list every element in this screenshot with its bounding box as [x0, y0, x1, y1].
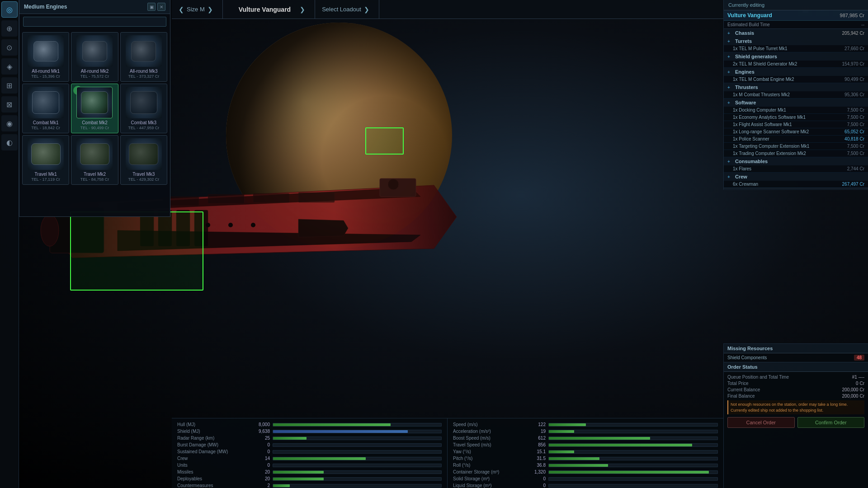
engine-shape [82, 41, 107, 61]
turret-item-cost-0: 27,660 Cr [844, 46, 864, 51]
confirm-order-button[interactable]: Confirm Order [797, 417, 865, 428]
thruster-item-0: 1x M Combat Thrusters Mk2 95,306 Cr [724, 91, 868, 99]
stat-bar-fill [549, 437, 650, 440]
stat-label: Liquid Storage (m³) [453, 483, 525, 488]
stat-row: Acceleration (m/s²)19 [453, 429, 718, 434]
software-item-name-5: 1x Targeting Computer Extension Mk1 [733, 144, 809, 149]
consumable-item-0: 1x Flares 2,744 Cr [724, 165, 868, 173]
stat-bar-fill [549, 464, 608, 467]
nav-icon-2[interactable]: ⊙ [1, 39, 18, 56]
right-panel-header: Currently editing [724, 0, 868, 10]
panel-close-btn[interactable]: ✕ [157, 3, 165, 11]
svg-point-17 [228, 223, 233, 227]
software-item-1: 1x Economy Analytics Software Mk1 7,500 … [724, 114, 868, 121]
build-time-value: -- [861, 22, 864, 27]
order-warning-text: Not enough resources on the station, ord… [727, 400, 864, 414]
software-item-cost-1: 7,500 Cr [847, 115, 864, 120]
left-nav: ◎ ⊕ ⊙ ◈ ⊞ ⊠ ◉ ◐ [0, 0, 19, 488]
svg-point-14 [388, 179, 399, 190]
engine-img-allround-mk3 [126, 35, 162, 67]
nav-icon-6[interactable]: ◉ [1, 115, 18, 131]
engine-panel-title: Medium Engines [24, 4, 67, 10]
engine-item-allround-mk1[interactable]: All-round Mk1 TEL - 15,396 Cr [22, 32, 69, 82]
engine-item-travel-mk3[interactable]: Travel Mk3 TEL - 429,302 Cr [120, 135, 167, 185]
engine-name-travel-mk1: Travel Mk1 [35, 172, 57, 177]
loadout-selector[interactable]: Select Loadout ❯ [315, 0, 379, 19]
order-final-label: Final Balance [727, 394, 755, 399]
ship-name-selector[interactable]: Vulture Vanguard ❯ [223, 0, 315, 19]
shield-item-0: 2x TEL M Shield Generator Mk2 154,970 Cr [724, 61, 868, 68]
section-chassis[interactable]: + Chassis 205,942 Cr [724, 29, 868, 37]
cancel-order-button[interactable]: Cancel Order [727, 417, 795, 428]
stat-value: 8,000 [250, 422, 270, 427]
section-engines[interactable]: + Engines [724, 68, 868, 76]
engine-img-allround-mk2 [76, 35, 113, 67]
nav-icon-5[interactable]: ⊠ [1, 96, 18, 113]
engine-item-travel-mk1[interactable]: Travel Mk1 TEL - 17,119 Cr [22, 135, 69, 185]
section-crew[interactable]: + Crew [724, 173, 868, 181]
engine-price-combat-mk1: TEL - 18,842 Cr [31, 126, 60, 130]
engine-item-allround-mk2[interactable]: All-round Mk2 TEL - 75,572 Cr [71, 32, 118, 82]
stat-bar-fill [549, 423, 586, 426]
software-expand-icon: + [727, 100, 733, 105]
nav-icon-0[interactable]: ◎ [1, 1, 18, 18]
engines-title: Engines [735, 69, 864, 75]
stat-row: Burst Damage (MW)0 [177, 442, 442, 447]
ship-name-row: Vulture Vanguard 987,985 Cr [724, 10, 868, 21]
consumables-title: Consumables [735, 159, 864, 164]
nav-icon-3[interactable]: ◈ [1, 58, 18, 75]
stat-value: 9,638 [250, 429, 270, 434]
engine-item-combat-mk1[interactable]: Combat Mk1 TEL - 18,842 Cr [22, 84, 69, 133]
stat-value: 36.8 [525, 463, 546, 468]
stat-label: Solid Storage (m³) [453, 476, 525, 481]
section-software[interactable]: + Software [724, 99, 868, 107]
stat-bar-bg [273, 423, 442, 427]
svg-point-16 [206, 223, 210, 227]
engine-shape [31, 143, 61, 165]
stat-row: Liquid Storage (m³)0 [453, 483, 718, 488]
software-item-3: 1x Long-range Scanner Software Mk2 65,05… [724, 128, 868, 136]
consumable-item-cost-0: 2,744 Cr [847, 166, 864, 171]
search-input[interactable] [23, 17, 166, 27]
stat-bar-bg [273, 464, 442, 467]
section-thrusters[interactable]: + Thrusters [724, 83, 868, 91]
stat-bar-bg [548, 430, 718, 433]
nav-icon-7[interactable]: ◐ [1, 134, 18, 150]
build-time-row: Estimated Build Time -- [724, 21, 868, 29]
engine-item-list-cost-0: 90,499 Cr [844, 77, 864, 82]
stat-value: 2 [250, 483, 270, 488]
stat-label: Countermeasures [177, 483, 250, 488]
software-item-name-2: 1x Flight Assist Software Mk1 [733, 122, 792, 127]
size-selector[interactable]: ❮ Size M ❯ [172, 0, 223, 19]
order-balance-value: 200,000 Cr [842, 387, 864, 392]
engine-item-combat-mk2[interactable]: ✓ Combat Mk2 TEL - 90,499 Cr [71, 84, 118, 133]
nav-icon-1[interactable]: ⊕ [1, 20, 18, 37]
engine-item-travel-mk2[interactable]: Travel Mk2 TEL - 84,758 Cr [71, 135, 118, 185]
stat-label: Pitch (°/s) [453, 456, 525, 461]
nav-icon-4[interactable]: ⊞ [1, 77, 18, 94]
section-turrets[interactable]: + Turrets [724, 37, 868, 45]
turrets-title: Turrets [735, 38, 864, 44]
engine-item-allround-mk3[interactable]: All-round Mk3 TEL - 373,327 Cr [120, 32, 167, 82]
stat-row: Speed (m/s)122 [453, 422, 718, 427]
software-item-5: 1x Targeting Computer Extension Mk1 7,50… [724, 143, 868, 150]
section-shields[interactable]: + Shield generators [724, 52, 868, 61]
engine-shape [80, 143, 109, 165]
stat-label: Crew [177, 456, 250, 461]
software-item-cost-3: 65,052 Cr [844, 129, 864, 134]
stat-bar-bg [273, 443, 442, 447]
section-consumables[interactable]: + Consumables [724, 157, 868, 165]
stat-label: Radar Range (km) [177, 436, 250, 441]
panel-shrink-btn[interactable]: ▣ [147, 3, 156, 11]
stat-row: Radar Range (km)25 [177, 436, 442, 441]
stat-label: Boost Speed (m/s) [453, 436, 525, 441]
stat-row: Countermeasures2 [177, 483, 442, 488]
stat-bar-bg [273, 470, 442, 474]
software-item-cost-4: 40,818 Cr [844, 136, 864, 141]
stat-value: 122 [525, 422, 546, 427]
stat-bar-bg [548, 470, 718, 474]
software-item-cost-0: 7,500 Cr [847, 108, 864, 113]
order-final-row: Final Balance 200,000 Cr [727, 394, 864, 399]
stat-value: 0 [250, 442, 270, 447]
engine-item-combat-mk3[interactable]: Combat Mk3 TEL - 447,959 Cr [120, 84, 167, 133]
